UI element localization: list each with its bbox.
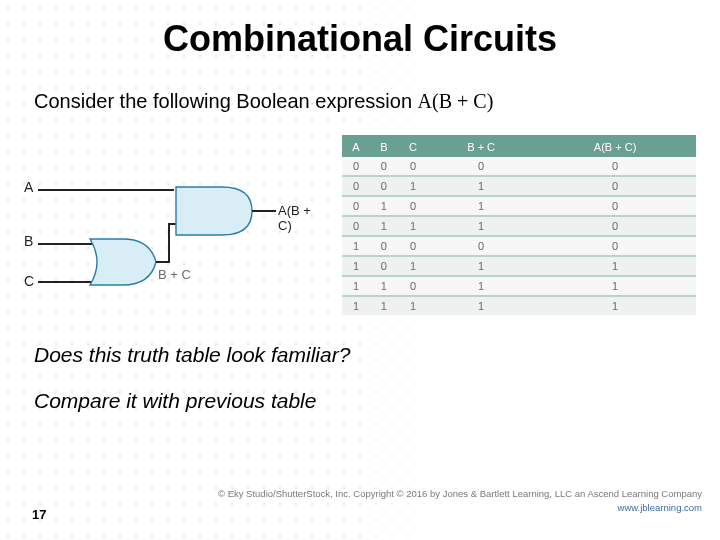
table-cell: 0 xyxy=(534,157,696,176)
table-cell: 0 xyxy=(534,236,696,256)
and-gate-icon xyxy=(174,185,254,237)
table-cell: 0 xyxy=(370,236,398,256)
truth-table: A B C B + C A(B + C) 0000000110010100111… xyxy=(342,135,696,315)
table-cell: 1 xyxy=(398,176,428,196)
table-cell: 1 xyxy=(534,256,696,276)
intro-expression: A(B + C) xyxy=(418,90,494,112)
table-row: 00000 xyxy=(342,157,696,176)
th: C xyxy=(398,136,428,157)
input-b-label: B xyxy=(24,233,33,249)
copyright-text: © Eky Studio/ShutterStock, Inc. Copyrigh… xyxy=(218,488,702,499)
page-number: 17 xyxy=(32,507,46,522)
table-cell: 1 xyxy=(398,296,428,315)
intro-text: Consider the following Boolean expressio… xyxy=(34,90,720,113)
table-cell: 0 xyxy=(428,236,534,256)
table-row: 10111 xyxy=(342,256,696,276)
table-cell: 0 xyxy=(534,176,696,196)
table-cell: 0 xyxy=(534,196,696,216)
wire-c xyxy=(38,281,92,283)
th: A xyxy=(342,136,370,157)
intro-prefix: Consider the following Boolean expressio… xyxy=(34,90,418,112)
table-cell: 1 xyxy=(370,216,398,236)
table-cell: 1 xyxy=(370,196,398,216)
table-cell: 1 xyxy=(370,296,398,315)
table-cell: 1 xyxy=(428,256,534,276)
or-output-label: B + C xyxy=(158,267,191,282)
table-cell: 0 xyxy=(398,236,428,256)
table-row: 11011 xyxy=(342,276,696,296)
table-row: 11111 xyxy=(342,296,696,315)
th: A(B + C) xyxy=(534,136,696,157)
table-row: 01010 xyxy=(342,196,696,216)
table-cell: 0 xyxy=(342,216,370,236)
table-cell: 1 xyxy=(428,176,534,196)
table-cell: 0 xyxy=(534,216,696,236)
table-cell: 1 xyxy=(342,256,370,276)
table-cell: 1 xyxy=(428,276,534,296)
wire-or-up xyxy=(168,223,170,263)
wire-and-out xyxy=(252,210,276,212)
table-row: 10000 xyxy=(342,236,696,256)
th: B + C xyxy=(428,136,534,157)
table-cell: 1 xyxy=(342,296,370,315)
table-cell: 0 xyxy=(370,256,398,276)
table-cell: 1 xyxy=(428,216,534,236)
table-row: 01110 xyxy=(342,216,696,236)
question-2: Compare it with previous table xyxy=(34,389,720,413)
table-cell: 0 xyxy=(342,157,370,176)
table-cell: 0 xyxy=(398,157,428,176)
and-output-label: A(B + C) xyxy=(278,203,324,233)
table-cell: 1 xyxy=(398,256,428,276)
table-cell: 1 xyxy=(398,216,428,236)
table-cell: 0 xyxy=(342,176,370,196)
table-cell: 0 xyxy=(342,196,370,216)
question-1: Does this truth table look familiar? xyxy=(34,343,720,367)
truth-table-body: 0000000110010100111010000101111101111111 xyxy=(342,157,696,315)
table-cell: 0 xyxy=(398,196,428,216)
wire-b xyxy=(38,243,92,245)
table-cell: 1 xyxy=(428,296,534,315)
table-cell: 0 xyxy=(370,157,398,176)
table-cell: 1 xyxy=(370,276,398,296)
table-cell: 1 xyxy=(428,196,534,216)
table-cell: 1 xyxy=(342,236,370,256)
table-cell: 1 xyxy=(342,276,370,296)
wire-a xyxy=(38,189,174,191)
input-a-label: A xyxy=(24,179,33,195)
truth-table-head: A B C B + C A(B + C) xyxy=(342,136,696,157)
figure-row: A B C B + C A(B + C) xyxy=(24,135,696,315)
table-cell: 0 xyxy=(370,176,398,196)
th: B xyxy=(370,136,398,157)
or-gate-icon xyxy=(88,237,158,287)
input-c-label: C xyxy=(24,273,34,289)
table-cell: 1 xyxy=(534,296,696,315)
table-cell: 1 xyxy=(534,276,696,296)
table-row: 00110 xyxy=(342,176,696,196)
table-cell: 0 xyxy=(428,157,534,176)
slide-content: Combinational Circuits Consider the foll… xyxy=(0,0,720,540)
slide-title: Combinational Circuits xyxy=(0,18,720,60)
copyright-block: © Eky Studio/ShutterStock, Inc. Copyrigh… xyxy=(218,487,702,514)
table-cell: 0 xyxy=(398,276,428,296)
circuit-diagram: A B C B + C A(B + C) xyxy=(24,161,324,311)
copyright-link[interactable]: www.jblearning.com xyxy=(618,502,702,513)
